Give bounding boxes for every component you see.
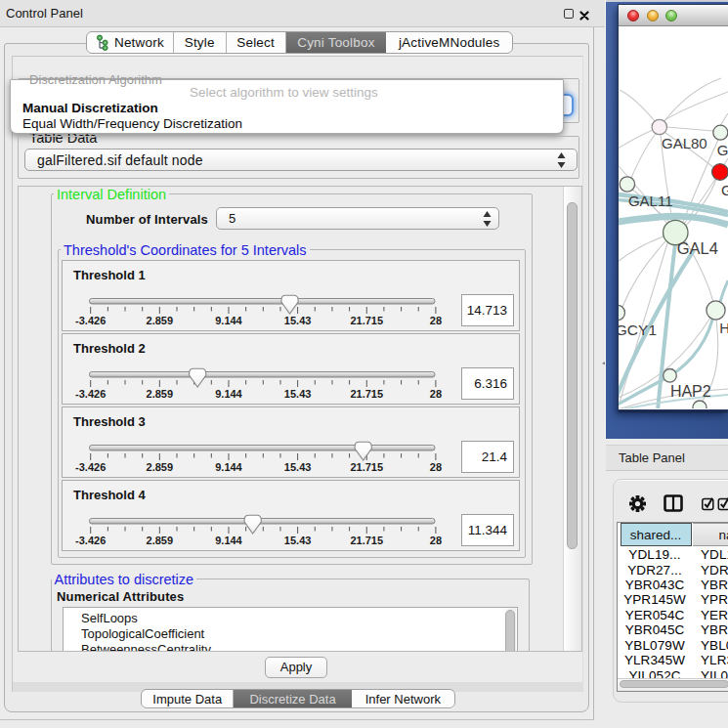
svg-text:15.43: 15.43 bbox=[284, 388, 312, 400]
svg-text:2.859: 2.859 bbox=[147, 315, 174, 326]
svg-text:28: 28 bbox=[430, 535, 442, 546]
svg-text:15.43: 15.43 bbox=[284, 535, 312, 546]
svg-text:GCY1: GCY1 bbox=[619, 321, 657, 338]
svg-text:21.715: 21.715 bbox=[350, 388, 383, 400]
svg-text:GAL4: GAL4 bbox=[676, 239, 717, 257]
svg-text:H: H bbox=[719, 320, 728, 336]
svg-text:28: 28 bbox=[430, 388, 442, 400]
svg-text:2.859: 2.859 bbox=[147, 535, 174, 546]
svg-text:15.43: 15.43 bbox=[284, 315, 312, 326]
svg-text:28: 28 bbox=[430, 315, 442, 326]
svg-text:-3.426: -3.426 bbox=[75, 535, 106, 546]
svg-text:2.859: 2.859 bbox=[147, 388, 174, 400]
svg-text:28: 28 bbox=[430, 461, 442, 473]
svg-text:15.43: 15.43 bbox=[284, 461, 312, 473]
svg-text:GAL11: GAL11 bbox=[627, 193, 672, 209]
svg-text:-3.426: -3.426 bbox=[75, 461, 106, 473]
svg-text:9.144: 9.144 bbox=[215, 535, 242, 546]
svg-text:-3.426: -3.426 bbox=[75, 388, 106, 400]
svg-text:2.859: 2.859 bbox=[147, 461, 174, 473]
svg-text:9.144: 9.144 bbox=[215, 315, 242, 326]
svg-text:21.715: 21.715 bbox=[350, 535, 383, 546]
svg-text:HAP2: HAP2 bbox=[669, 383, 710, 400]
svg-text:21.715: 21.715 bbox=[350, 315, 383, 326]
svg-text:GA: GA bbox=[716, 142, 727, 158]
svg-text:9.144: 9.144 bbox=[215, 461, 242, 473]
svg-text:GAL80: GAL80 bbox=[662, 135, 707, 151]
svg-text:9.144: 9.144 bbox=[215, 388, 242, 400]
svg-text:21.715: 21.715 bbox=[350, 461, 383, 473]
svg-text:G: G bbox=[720, 182, 727, 198]
svg-text:-3.426: -3.426 bbox=[75, 315, 106, 326]
